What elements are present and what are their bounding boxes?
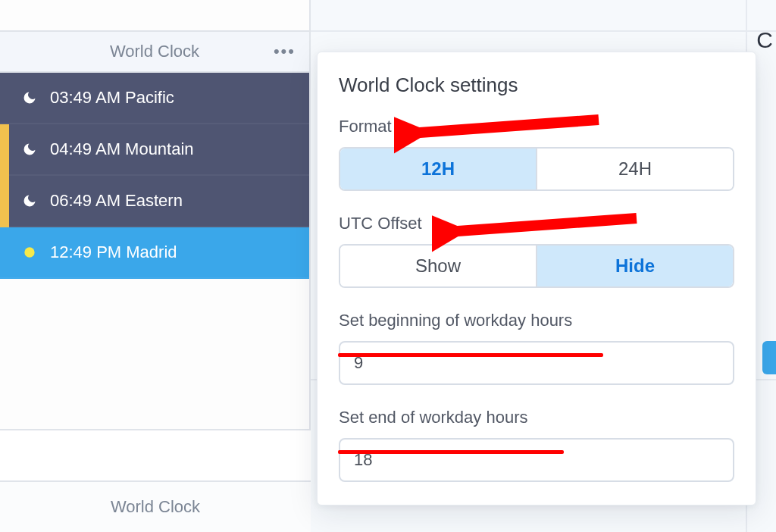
settings-title: World Clock settings xyxy=(339,74,734,97)
moon-icon xyxy=(21,89,38,106)
moon-icon xyxy=(21,192,38,209)
bg-corner-letter: C xyxy=(756,27,773,53)
clock-list: 03:49 AM Pacific 04:49 AM Mountain 06:49… xyxy=(0,73,309,279)
sun-icon xyxy=(21,244,38,261)
clock-row-label: 12:49 PM Madrid xyxy=(50,243,177,262)
more-icon[interactable]: ••• xyxy=(274,42,296,61)
utc-offset-option-hide[interactable]: Hide xyxy=(536,246,733,286)
format-option-24h[interactable]: 24H xyxy=(536,149,733,189)
clock-row-pacific[interactable]: 03:49 AM Pacific xyxy=(0,73,309,124)
sidebar-accent-bar xyxy=(0,124,9,227)
format-label: Format xyxy=(339,117,734,136)
sidebar-footer: World Clock xyxy=(0,429,311,532)
clock-row-madrid[interactable]: 12:49 PM Madrid xyxy=(0,227,309,279)
utc-offset-segmented-control: Show Hide xyxy=(339,244,734,288)
workday-begin-value: 9 xyxy=(354,353,363,373)
workday-end-input[interactable]: 18 xyxy=(339,438,734,482)
clock-row-label: 03:49 AM Pacific xyxy=(50,88,174,108)
clock-row-label: 04:49 AM Mountain xyxy=(50,139,194,159)
format-segmented-control: 12H 24H xyxy=(339,147,734,191)
utc-offset-option-show[interactable]: Show xyxy=(340,246,536,286)
workday-begin-label: Set beginning of workday hours xyxy=(339,311,734,330)
clock-row-mountain[interactable]: 04:49 AM Mountain xyxy=(0,124,309,176)
workday-end-label: Set end of workday hours xyxy=(339,408,734,427)
world-clock-title: World Clock xyxy=(110,42,199,61)
utc-offset-label: UTC Offset xyxy=(339,214,734,233)
moon-icon xyxy=(21,141,38,158)
world-clock-header: World Clock ••• xyxy=(0,30,309,73)
format-option-12h[interactable]: 12H xyxy=(340,149,536,189)
sidebar-footer-label: World Clock xyxy=(111,497,200,517)
world-clock-sidebar: World Clock ••• 03:49 AM Pacific 04:49 A… xyxy=(0,0,311,532)
clock-row-label: 06:49 AM Eastern xyxy=(50,191,183,211)
workday-end-value: 18 xyxy=(354,450,372,470)
bg-event-chip xyxy=(762,341,776,374)
world-clock-settings-panel: World Clock settings Format 12H 24H UTC … xyxy=(317,52,756,505)
clock-row-eastern[interactable]: 06:49 AM Eastern xyxy=(0,176,309,227)
svg-point-0 xyxy=(24,247,34,257)
workday-begin-input[interactable]: 9 xyxy=(339,341,734,385)
